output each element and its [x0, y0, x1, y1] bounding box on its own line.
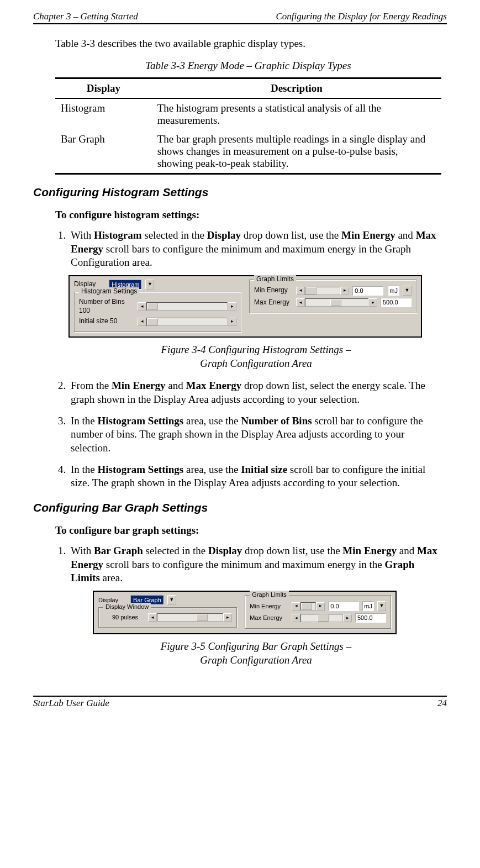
max-energy-field[interactable]: 500.0 — [381, 298, 412, 307]
list-item: In the Histogram Settings area, use the … — [68, 414, 441, 455]
max-energy-scrollbar[interactable]: ◂ ▸ — [292, 614, 352, 622]
col-description: Description — [152, 78, 441, 99]
intro-text: Table 3-3 describes the two available gr… — [55, 38, 441, 50]
arrow-right-icon[interactable]: ▸ — [228, 302, 236, 311]
table-row: Bar Graph The bar graph presents multipl… — [55, 130, 441, 174]
figure-3-5: Display Bar Graph▼ Display Window 90 pul… — [93, 591, 397, 634]
hist-heading: Configuring Histogram Settings — [33, 186, 441, 199]
hist-steps: With Histogram selected in the Display d… — [55, 229, 441, 490]
hist-subheading: To configure histogram settings: — [55, 209, 441, 221]
table-caption: Table 3-3 Energy Mode – Graphic Display … — [55, 60, 441, 72]
list-item: From the Min Energy and Max Energy drop … — [68, 379, 441, 406]
list-item: In the Histogram Settings area, use the … — [68, 463, 441, 490]
table-row: Histogram The histogram presents a stati… — [55, 98, 441, 130]
arrow-right-icon[interactable]: ▸ — [343, 614, 352, 622]
arrow-right-icon[interactable]: ▸ — [228, 318, 236, 326]
unit-dropdown[interactable]: mJ — [362, 601, 374, 611]
arrow-left-icon[interactable]: ◂ — [292, 614, 300, 622]
display-types-table: Display Description Histogram The histog… — [55, 77, 441, 175]
footer-left: StarLab User Guide — [33, 698, 109, 709]
col-display: Display — [55, 78, 152, 99]
table-ref: Table 3-3 — [55, 38, 95, 49]
min-energy-field[interactable]: 0.0 — [352, 286, 383, 296]
figure-3-5-caption: Figure 3-5 Configuring Bar Graph Setting… — [71, 640, 441, 667]
min-energy-field[interactable]: 0.0 — [328, 602, 359, 611]
arrow-right-icon[interactable]: ▸ — [316, 602, 325, 611]
page-footer: StarLab User Guide 24 — [33, 696, 447, 709]
chevron-down-icon[interactable]: ▼ — [403, 286, 412, 296]
list-item: With Bar Graph selected in the Display d… — [68, 544, 441, 667]
unit-dropdown[interactable]: mJ — [388, 286, 399, 296]
arrow-right-icon[interactable]: ▸ — [340, 287, 349, 295]
arrow-left-icon[interactable]: ◂ — [296, 287, 305, 295]
max-energy-scrollbar[interactable]: ◂ ▸ — [296, 298, 377, 307]
list-item: With Histogram selected in the Display d… — [68, 229, 441, 370]
page-number: 24 — [437, 698, 447, 709]
bar-heading: Configuring Bar Graph Settings — [33, 501, 441, 514]
min-energy-scrollbar[interactable]: ◂ ▸ — [296, 287, 349, 295]
arrow-left-icon[interactable]: ◂ — [292, 602, 300, 611]
min-energy-scrollbar[interactable]: ◂ ▸ — [292, 602, 325, 611]
page-header: Chapter 3 – Getting Started Configuring … — [33, 11, 447, 24]
bar-subheading: To configure bar graph settings: — [55, 524, 441, 536]
arrow-left-icon[interactable]: ◂ — [148, 613, 157, 622]
arrow-right-icon[interactable]: ▸ — [223, 613, 232, 622]
arrow-left-icon[interactable]: ◂ — [138, 318, 146, 326]
bar-steps: With Bar Graph selected in the Display d… — [55, 544, 441, 667]
graph-limits-group: Graph Limits Min Energy ◂ ▸ 0.0 — [245, 595, 391, 629]
initial-size-scrollbar[interactable]: ◂ ▸ — [138, 318, 236, 326]
histogram-settings-group: Histogram Settings Number of Bins 100 ◂ … — [74, 292, 241, 332]
header-right: Configuring the Display for Energy Readi… — [276, 11, 447, 22]
figure-3-4-caption: Figure 3-4 Configuring Histogram Setting… — [71, 343, 441, 370]
chevron-down-icon[interactable]: ▼ — [377, 601, 386, 611]
arrow-left-icon[interactable]: ◂ — [138, 302, 146, 311]
arrow-left-icon[interactable]: ◂ — [296, 298, 305, 307]
chevron-down-icon[interactable]: ▼ — [145, 280, 154, 290]
display-window-group: Display Window 90 pulses ◂ ▸ — [98, 607, 237, 628]
max-energy-field[interactable]: 500.0 — [355, 613, 386, 623]
arrow-right-icon[interactable]: ▸ — [368, 298, 377, 307]
bins-scrollbar[interactable]: ◂ ▸ — [138, 302, 236, 311]
pulses-scrollbar[interactable]: ◂ ▸ — [148, 613, 232, 622]
chevron-down-icon[interactable]: ▼ — [167, 595, 176, 605]
figure-3-4: Display Histogram▼ Histogram Settings Nu… — [68, 275, 422, 338]
header-left: Chapter 3 – Getting Started — [33, 11, 138, 22]
graph-limits-group: Graph Limits Min Energy ◂ ▸ 0.0 — [249, 280, 416, 313]
table-header-row: Display Description — [55, 78, 441, 99]
